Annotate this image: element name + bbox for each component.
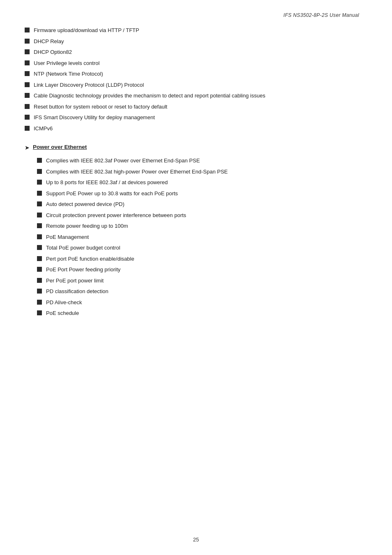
bullet-icon <box>37 223 42 228</box>
poe-list-item: Circuit protection prevent power interfe… <box>37 211 359 220</box>
top-list-item: Firmware upload/download via HTTP / TFTP <box>25 26 359 35</box>
poe-item-text: Support PoE Power up to 30.8 watts for e… <box>46 190 178 198</box>
top-list-item: ICMPv6 <box>25 125 359 133</box>
list-item-text: IFS Smart Discovery Utility for deploy m… <box>34 113 155 122</box>
poe-item-text: Circuit protection prevent power interfe… <box>46 211 186 220</box>
bullet-icon <box>37 234 42 239</box>
bullet-icon <box>25 93 30 98</box>
poe-section-header: ➤ Power over Ethernet <box>25 144 359 151</box>
poe-item-text: Auto detect powered device (PD) <box>46 200 125 208</box>
poe-list-item: PoE Management <box>37 233 359 241</box>
page-number: 25 <box>193 536 199 543</box>
bullet-icon <box>37 201 42 206</box>
top-list-item: User Privilege levels control <box>25 59 359 67</box>
bullet-icon <box>25 126 30 131</box>
poe-item-text: PD classification detection <box>46 287 108 296</box>
bullet-icon <box>37 289 42 294</box>
section-arrow-icon: ➤ <box>25 144 30 151</box>
page-container: IFS NS3502-8P-2S User Manual Firmware up… <box>0 0 392 555</box>
bullet-icon <box>25 28 30 32</box>
list-item-text: NTP (Network Time Protocol) <box>34 70 103 78</box>
bullet-icon <box>37 180 42 185</box>
bullet-icon <box>37 191 42 196</box>
list-item-text: Reset button for system reboot or reset … <box>34 103 167 111</box>
poe-item-text: Per PoE port power limit <box>46 277 104 285</box>
bullet-icon <box>37 213 42 217</box>
list-item-text: Link Layer Discovery Protocol (LLDP) Pro… <box>34 81 144 89</box>
bullet-icon <box>37 300 42 305</box>
poe-list-item: Up to 8 ports for IEEE 802.3af / at devi… <box>37 178 359 187</box>
poe-list-item: Auto detect powered device (PD) <box>37 200 359 208</box>
top-list-item: DHCP Relay <box>25 37 359 46</box>
list-item-text: DHCP Relay <box>34 37 64 46</box>
top-list-item: NTP (Network Time Protocol) <box>25 70 359 78</box>
poe-list-item: PD Alive-check <box>37 298 359 307</box>
bullet-icon <box>25 104 30 109</box>
page-footer: 25 <box>0 536 392 543</box>
poe-item-text: Remote power feeding up to 100m <box>46 222 128 230</box>
bullet-icon <box>25 39 30 44</box>
bullet-icon <box>37 169 42 174</box>
bullet-icon <box>37 267 42 272</box>
poe-item-text: Up to 8 ports for IEEE 802.3af / at devi… <box>46 178 168 187</box>
bullet-icon <box>25 60 30 65</box>
top-list-item: Cable Diagnostic technology provides the… <box>25 92 359 100</box>
poe-item-text: PoE Port Power feeding priority <box>46 266 120 274</box>
top-list-item: IFS Smart Discovery Utility for deploy m… <box>25 113 359 122</box>
page-header: IFS NS3502-8P-2S User Manual <box>25 12 359 18</box>
list-item-text: User Privilege levels control <box>34 59 99 67</box>
list-item-text: ICMPv6 <box>34 125 53 133</box>
poe-item-text: Pert port PoE function enable/disable <box>46 255 134 263</box>
poe-list-item: PoE Port Power feeding priority <box>37 266 359 274</box>
poe-list-item: Pert port PoE function enable/disable <box>37 255 359 263</box>
poe-list-item: Complies with IEEE 802.3at high-power Po… <box>37 168 359 176</box>
bullet-icon <box>25 115 30 120</box>
poe-list-item: Total PoE power budget control <box>37 244 359 252</box>
poe-item-text: Complies with IEEE 802.3af Power over Et… <box>46 157 200 165</box>
list-item-text: DHCP Option82 <box>34 48 72 56</box>
bullet-icon <box>25 71 30 76</box>
top-list-item: DHCP Option82 <box>25 48 359 56</box>
bullet-icon <box>37 158 42 163</box>
poe-list-item: PD classification detection <box>37 287 359 296</box>
list-item-text: Firmware upload/download via HTTP / TFTP <box>34 26 139 35</box>
bullet-icon <box>37 245 42 250</box>
bullet-icon <box>25 49 30 54</box>
poe-list-item: Complies with IEEE 802.3af Power over Et… <box>37 157 359 165</box>
poe-list-item: Remote power feeding up to 100m <box>37 222 359 230</box>
header-title: IFS NS3502-8P-2S User Manual <box>284 12 359 18</box>
poe-bullet-list: Complies with IEEE 802.3af Power over Et… <box>25 157 359 317</box>
bullet-icon <box>37 310 42 315</box>
bullet-icon <box>25 82 30 87</box>
top-bullet-list: Firmware upload/download via HTTP / TFTP… <box>25 26 359 132</box>
poe-list-item: PoE schedule <box>37 309 359 317</box>
bullet-icon <box>37 278 42 283</box>
poe-item-text: PoE schedule <box>46 309 79 317</box>
poe-list-item: Support PoE Power up to 30.8 watts for e… <box>37 190 359 198</box>
poe-item-text: PoE Management <box>46 233 89 241</box>
poe-item-text: Complies with IEEE 802.3at high-power Po… <box>46 168 228 176</box>
bullet-icon <box>37 256 42 261</box>
poe-list-item: Per PoE port power limit <box>37 277 359 285</box>
poe-item-text: Total PoE power budget control <box>46 244 120 252</box>
poe-section-title: Power over Ethernet <box>33 144 87 150</box>
poe-item-text: PD Alive-check <box>46 298 82 307</box>
top-list-item: Link Layer Discovery Protocol (LLDP) Pro… <box>25 81 359 89</box>
top-list-item: Reset button for system reboot or reset … <box>25 103 359 111</box>
list-item-text: Cable Diagnostic technology provides the… <box>34 92 265 100</box>
